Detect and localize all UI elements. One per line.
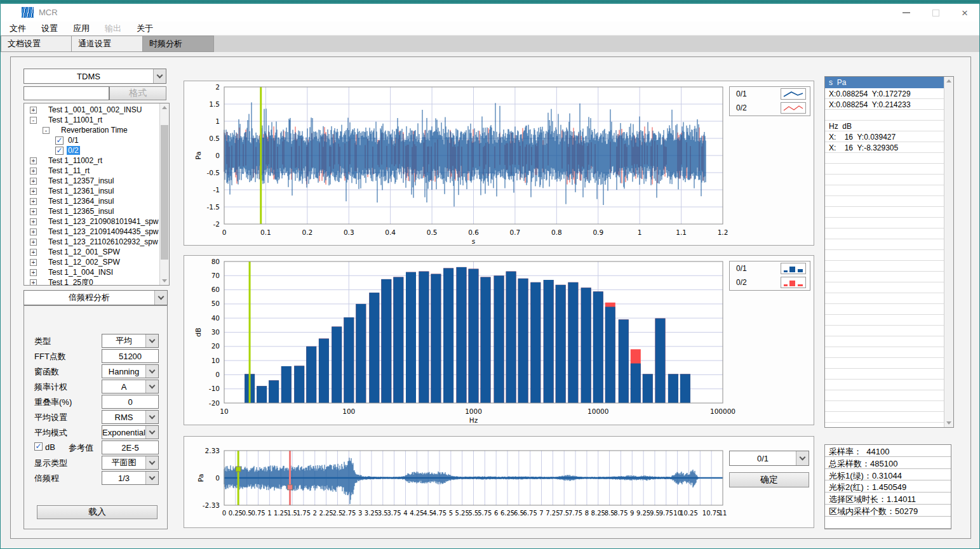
expand-icon[interactable]: + <box>30 228 37 235</box>
tab-2[interactable]: 通道设置 <box>72 36 143 52</box>
menu-item-5[interactable]: 关于 <box>137 23 153 34</box>
tree-item[interactable]: +Test 1_123_210914094435_spw <box>24 227 161 237</box>
legend-item[interactable]: 0/2 <box>730 101 810 115</box>
param-select-4[interactable]: A <box>102 380 159 394</box>
svg-text:50: 50 <box>211 300 220 307</box>
tree-item[interactable]: +Test 1_123_211026102932_spw <box>24 237 161 247</box>
readout-row <box>825 347 944 358</box>
tree-item[interactable]: +Test 1_11002_rt <box>24 155 161 166</box>
scroll-up-icon[interactable] <box>162 106 167 109</box>
readout-scrollbar[interactable] <box>944 77 953 427</box>
line-sample-icon-red[interactable] <box>781 102 806 114</box>
tree-item[interactable]: +Test 1_12364_insul <box>24 196 161 206</box>
svg-text:-2: -2 <box>213 220 220 228</box>
title-bar[interactable]: MCR × <box>1 4 979 22</box>
menu-item-2[interactable]: 设置 <box>41 23 58 34</box>
tree-item[interactable]: -Test 1_11001_rt <box>24 115 161 125</box>
param-select-9[interactable]: 平面图 <box>102 456 159 470</box>
tree-item[interactable]: +Test 1_12357_insul <box>24 176 161 186</box>
tree-item[interactable]: +Test 1_12365_insul <box>24 206 161 216</box>
param-select-1[interactable]: 平均 <box>102 334 159 348</box>
minimize-button[interactable] <box>892 4 921 22</box>
tree-item[interactable]: ✓0/2 <box>24 145 161 155</box>
channel-select[interactable]: 0/1 <box>729 451 809 466</box>
format-button[interactable]: 格式 <box>109 86 166 100</box>
scroll-up-icon[interactable] <box>946 79 951 83</box>
search-input[interactable] <box>23 86 109 100</box>
third-octave-spectrum-chart[interactable]: 80706050403020100-10-2010100100010000100… <box>184 256 814 425</box>
readout-header: s Pa <box>825 77 944 88</box>
main-panel: TDMS 格式 +Test 1_001_001_002_INSU-Test 1_… <box>10 56 971 539</box>
tree-item[interactable]: +Test 1_001_001_002_INSU <box>24 105 161 115</box>
svg-text:2.25: 2.25 <box>319 510 333 517</box>
file-format-value: TDMS <box>24 72 153 81</box>
legend-item[interactable]: 0/2 <box>730 275 810 289</box>
channel-checkbox[interactable]: ✓ <box>55 136 64 145</box>
tree-item[interactable]: +Test 1_25度0 <box>24 277 161 286</box>
tree-scrollbar-thumb[interactable] <box>161 125 168 260</box>
param-input-5[interactable]: 0 <box>102 395 159 409</box>
menu-item-3[interactable]: 应用 <box>73 23 90 34</box>
analysis-type-select[interactable]: 倍频程分析 <box>23 290 168 305</box>
expand-icon[interactable]: + <box>30 168 37 175</box>
tree-item[interactable]: ✓0/1 <box>24 135 161 145</box>
svg-text:0.1: 0.1 <box>260 228 271 236</box>
tree-scrollbar[interactable] <box>159 103 169 285</box>
param-select-3[interactable]: Hanning <box>102 364 159 378</box>
channel-checkbox[interactable]: ✓ <box>55 147 64 155</box>
legend-item[interactable]: 0/1 <box>730 87 810 101</box>
expand-icon[interactable]: + <box>30 279 37 286</box>
collapse-icon[interactable]: - <box>30 117 37 124</box>
param-input-8[interactable]: 2E-5 <box>102 440 159 454</box>
param-input-2[interactable]: 51200 <box>102 349 159 363</box>
expand-icon[interactable]: + <box>30 249 37 256</box>
expand-icon[interactable]: + <box>30 107 37 114</box>
tree-item[interactable]: +Test 1_11_rt <box>24 166 161 176</box>
expand-icon[interactable]: + <box>30 178 37 185</box>
maximize-button[interactable] <box>921 4 950 22</box>
time-waveform-chart[interactable]: 21.510.50-0.5-1-1.5-200.10.20.30.40.50.6… <box>184 81 814 245</box>
bar-sample-icon-blue[interactable] <box>781 263 806 274</box>
close-button[interactable]: × <box>950 4 979 22</box>
svg-text:0.2: 0.2 <box>302 228 312 236</box>
tab-1[interactable]: 文档设置 <box>1 36 72 52</box>
line-sample-icon-blue[interactable] <box>781 88 806 100</box>
tree-item[interactable]: +Test 1_123_210908101941_spw <box>24 216 161 227</box>
load-button[interactable]: 载入 <box>37 505 158 519</box>
tree-item[interactable]: +Test 1_1_004_INSI <box>24 267 161 277</box>
expand-icon[interactable]: + <box>30 269 37 276</box>
expand-icon[interactable]: + <box>30 208 37 215</box>
legend-item[interactable]: 0/1 <box>730 261 810 275</box>
scroll-down-icon[interactable] <box>946 421 951 425</box>
overview-waveform-chart[interactable]: 2.330-2.3300.250.50.7511.251.51.7522.252… <box>184 437 814 527</box>
collapse-icon[interactable]: - <box>43 127 50 134</box>
svg-text:3: 3 <box>358 510 362 517</box>
confirm-button[interactable]: 确定 <box>729 472 809 487</box>
sample-info-panel: 采样率： 44100总采样数：485100光标1(绿)：0.31044光标2(红… <box>824 444 951 529</box>
db-checkbox[interactable]: ✓ <box>34 442 43 451</box>
menu-item-4[interactable]: 输出 <box>105 23 121 34</box>
svg-text:10000: 10000 <box>587 407 608 415</box>
menu-item-1[interactable]: 文件 <box>10 23 26 34</box>
tree-item[interactable]: +Test 1_12_002_SPW <box>24 257 161 267</box>
scroll-down-icon[interactable] <box>162 279 167 282</box>
bar-sample-icon-red[interactable] <box>781 277 806 288</box>
tree-item[interactable]: +Test 1_12_001_SPW <box>24 247 161 257</box>
svg-text:9.75: 9.75 <box>659 510 673 517</box>
param-select-10[interactable]: 1/3 <box>102 471 159 485</box>
readout-row <box>825 282 944 293</box>
tree-item[interactable]: +Test 1_12361_insul <box>24 186 161 196</box>
svg-text:0.25: 0.25 <box>229 510 243 517</box>
param-select-6[interactable]: RMS <box>102 410 159 424</box>
expand-icon[interactable]: + <box>30 259 37 266</box>
file-format-select[interactable]: TDMS <box>23 69 166 84</box>
param-select-7[interactable]: Exponential <box>102 425 159 439</box>
expand-icon[interactable]: + <box>30 218 37 225</box>
tree-item[interactable]: -Reverberation Time <box>24 125 161 135</box>
tab-3[interactable]: 时频分析 <box>143 36 214 52</box>
expand-icon[interactable]: + <box>30 198 37 205</box>
expand-icon[interactable]: + <box>30 239 37 246</box>
expand-icon[interactable]: + <box>30 157 37 164</box>
tree-item-label: Test 1_123_211026102932_spw <box>47 237 159 246</box>
expand-icon[interactable]: + <box>30 188 37 195</box>
